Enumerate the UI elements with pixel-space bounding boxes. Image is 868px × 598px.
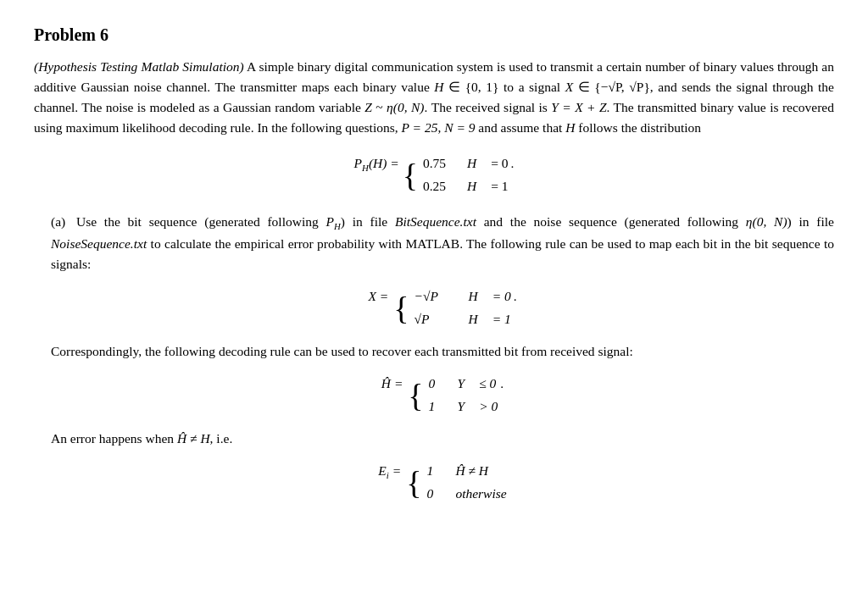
PH2: PH [326,214,340,229]
x-case-cond-0: H [468,286,477,307]
P-eq: P = 25 [402,120,438,135]
file2: NoiseSequence.txt [51,236,147,251]
ei-case-val-1: 0 [426,484,443,504]
part-a-text3: and the noise sequence (generated follow… [476,214,746,229]
H-symbol: H [434,80,443,94]
x-lhs: X = [368,286,388,329]
Z-symbol: Z [364,100,372,114]
hhat-cases-table: 0 Y≤ 0 1 Y> 0 [429,374,498,417]
ei-case-row-0: 1 Ĥ ≠ H [426,461,506,481]
ei-case-row-1: 0 otherwise [426,484,506,504]
intro-text4: and assume that [475,120,565,135]
ph-case-val-1: 0.25 [423,176,455,197]
decode-text: Correspondingly, the following decoding … [51,341,834,362]
x-brace-system: { −√P H= 0 √P H= 1 [393,286,511,329]
hhat-case-val-0: 0 [429,374,446,394]
x-cases-table: −√P H= 0 √P H= 1 [414,286,510,329]
part-a-text5: to calculate the empirical error probabi… [51,236,834,271]
ph-dot: . [511,153,515,197]
set1: ∈ {0, 1} to a signal [444,80,565,94]
X-symbol: X [565,80,573,94]
N-eq: N = 9 [444,120,475,135]
hhat-equation: Ĥ = { 0 Y≤ 0 1 Y> 0 . [51,374,834,417]
ph-case-cond-0: H [467,153,476,174]
ei-brace-system: { 1 Ĥ ≠ H 0 otherwise [406,461,507,504]
error-text: An error happens when Ĥ ≠ H, i.e. [51,429,834,449]
ei-equation: Ei = { 1 Ĥ ≠ H 0 otherwise [51,461,834,504]
x-case-val-1: √P [414,309,456,329]
x-case-val-0: −√P [414,286,456,307]
part-a-text1: Use the bit sequence (generated followin… [69,214,326,229]
problem-body: (Hypothesis Testing Matlab Simulation) A… [34,57,834,504]
file1: BitSequence.txt [395,214,476,229]
hhat-case-cond-1: Y [458,396,465,417]
hhat-big-brace: { [408,379,423,412]
part-a-text4: ) in file [787,214,834,229]
H-sym2: H [565,120,575,135]
hypothesis-label: (Hypothesis Testing Matlab Simulation) [34,59,244,74]
hhat-brace-system: { 0 Y≤ 0 1 Y> 0 [408,374,498,417]
hhat-case-row-1: 1 Y> 0 [429,396,498,417]
Y-eq: Y = X + Z [551,100,606,114]
ph-case-row-0: 0.75 H= 0 [423,153,509,174]
hhat-dot: . [500,374,504,417]
intro-text5: follows the distribution [575,120,701,135]
ei-case-cond-0: Ĥ ≠ H [455,461,488,481]
problem-title: Problem 6 [34,25,834,45]
x-big-brace: { [393,292,409,324]
ph-equation: PH(H) = { 0.75 H= 0 0.25 H= 1 . [34,153,834,197]
hhat-case-val-1: 1 [429,396,446,417]
hhat-case-cond-0: Y [458,374,465,394]
intro-text2: . The received signal is [424,100,551,114]
ei-case-cond-1: otherwise [455,484,506,504]
ph-case-val-0: 0.75 [423,153,455,174]
ph-cases-table: 0.75 H= 0 0.25 H= 1 [423,153,509,197]
ei-lhs: Ei = [378,461,401,504]
comma1: , [437,120,444,135]
hhat-case-row-0: 0 Y≤ 0 [429,374,498,394]
eta2: η(0, N) [746,214,787,229]
x-dot: . [514,286,517,329]
x-case-row-1: √P H= 1 [414,309,510,329]
ph-case-cond-1: H [467,176,476,197]
x-case-cond-1: H [468,309,477,329]
ph-case-row-1: 0.25 H= 1 [423,176,509,197]
ph-big-brace: { [403,159,418,191]
ei-case-val-0: 1 [426,461,443,481]
x-case-row-0: −√P H= 0 [414,286,510,307]
eta-symbol: η(0, N) [387,100,424,114]
part-a-label: (a) [51,212,65,232]
part-a-section: (a) Use the bit sequence (generated foll… [34,212,834,504]
x-equation: X = { −√P H= 0 √P H= 1 . [51,286,834,329]
ei-cases-table: 1 Ĥ ≠ H 0 otherwise [426,461,506,504]
ei-big-brace: { [406,467,421,499]
ph-brace-system: { 0.75 H= 0 0.25 H= 1 [403,153,509,197]
hhat-lhs: Ĥ = [381,374,403,417]
part-a-text2: ) in file [341,214,395,229]
tilde: ~ [372,100,387,114]
ph-lhs: PH(H) = [354,153,399,197]
